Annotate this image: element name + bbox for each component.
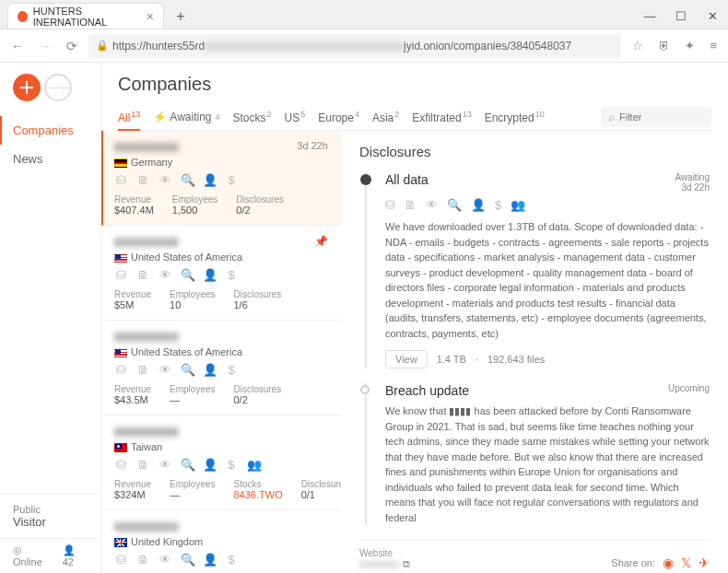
lock-icon: 🔒: [96, 40, 109, 52]
disclosure-body: We know that ▮▮▮▮ has been attacked befo…: [385, 403, 710, 525]
sidebar: CompaniesNews Public Visitor Online 👤 42: [0, 63, 101, 573]
company-country: United Kingdom: [114, 536, 328, 547]
flag-icon: [114, 253, 127, 263]
filter-box[interactable]: ⌕: [601, 107, 711, 127]
filter-input[interactable]: [619, 111, 693, 123]
copy-icon[interactable]: ⧉: [403, 558, 410, 569]
category-icon: 👁: [159, 363, 171, 377]
company-icons: ⛁🗎👁🔍👤$: [114, 173, 328, 187]
url-redacted: xxxxxxxxxxxxxxxxxxxxxxxxxxxxxxxxxxxx: [205, 40, 404, 53]
category-icon: 🔍: [181, 268, 194, 282]
tab-europe[interactable]: Europe4: [318, 104, 359, 130]
category-icon: 🔍: [181, 173, 194, 187]
bookmark-icon[interactable]: ☆: [628, 37, 647, 54]
category-icon: 👥: [247, 458, 260, 472]
category-icon: 👤: [203, 173, 216, 187]
category-icon: 🗎: [136, 458, 149, 472]
logo-globe-icon: [44, 74, 72, 101]
category-icon: $: [225, 173, 238, 187]
browser-tab[interactable]: HUNTERS INERNATIONAL ×: [7, 3, 164, 29]
view-button[interactable]: View: [385, 350, 428, 368]
category-icon: 👁: [159, 268, 171, 282]
disclosure-title: All data: [385, 172, 429, 193]
back-button[interactable]: ←: [7, 37, 28, 55]
tab-stocks[interactable]: Stocks2: [233, 104, 272, 130]
tab-all[interactable]: All13: [118, 104, 140, 130]
bolt-icon: ⚡: [153, 111, 167, 123]
tab-exfiltrated[interactable]: Exfiltrated13: [412, 104, 471, 130]
tab-us[interactable]: US5: [285, 104, 306, 130]
category-icon: 🗎: [136, 173, 149, 187]
company-icons: ⛁🗎👁🔍👤$: [114, 268, 328, 282]
flag-icon: [114, 158, 127, 168]
category-icon: ⛁: [114, 458, 127, 472]
time-badge: 3d 22h: [297, 140, 328, 151]
flag-icon: [114, 443, 127, 452]
category-icon: 👁: [159, 553, 171, 567]
website-value: xxxxxxxx: [359, 558, 400, 569]
disclosure-status: Awaiting3d 22h: [675, 172, 710, 193]
url-prefix: https://: [112, 40, 146, 53]
category-icon: 👁: [159, 458, 171, 472]
category-icon: $: [225, 363, 238, 377]
visitor-count: 👤 42: [63, 544, 88, 567]
company-name-redacted: ▮▮▮▮▮▮▮▮▮▮: [114, 520, 328, 532]
sparkle-icon[interactable]: ✦: [681, 37, 699, 54]
category-icon: 👤: [203, 268, 216, 282]
telegram-icon[interactable]: ✈: [699, 555, 710, 570]
company-card[interactable]: ▮▮▮▮▮▮▮▮▮▮ United Kingdom ⛁🗎👁🔍👤$ Revenue…: [101, 510, 341, 573]
company-card[interactable]: ▮▮▮▮▮▮▮▮▮▮ Taiwan ⛁🗎👁🔍👤$👥 Revenue$324MEm…: [101, 415, 341, 510]
website-label: Website: [359, 548, 410, 558]
window-maximize-button[interactable]: ☐: [665, 3, 697, 29]
page-title: Companies: [118, 74, 711, 95]
company-card[interactable]: ▮▮▮▮▮▮▮▮▮▮ United States of America ⛁🗎👁🔍…: [101, 321, 341, 415]
category-icon: 🔍: [181, 458, 194, 472]
reload-button[interactable]: ⟳: [63, 37, 81, 55]
address-bar[interactable]: 🔒 https://hunters55rdxxxxxxxxxxxxxxxxxxx…: [88, 34, 621, 58]
disclosure-body: We have downloaded over 1.3TB of data. S…: [385, 219, 710, 341]
disclosure-status: Upcoming: [668, 383, 710, 398]
url-suffix: jyid.onion/companies/3840548037: [404, 40, 571, 53]
category-icon: $: [225, 458, 238, 472]
sidebar-item-news[interactable]: News: [0, 145, 100, 173]
tab-encrypted[interactable]: Encrypted10: [485, 104, 545, 130]
company-card[interactable]: ▮▮▮▮▮▮▮▮▮▮ 3d 22h Germany ⛁🗎👁🔍👤$ Revenue…: [101, 131, 341, 226]
company-country: Germany: [114, 157, 328, 168]
disclosure-files: 192,643 files: [487, 354, 545, 365]
company-name-redacted: ▮▮▮▮▮▮▮▮▮▮: [114, 425, 328, 438]
tab-title: HUNTERS INERNATIONAL: [33, 6, 147, 28]
app-logo: [0, 74, 100, 116]
new-tab-button[interactable]: +: [170, 8, 192, 25]
share-label: Share on:: [611, 557, 655, 568]
tab-asia[interactable]: Asia2: [372, 104, 399, 130]
company-icons: ⛁🗎👁🔍👤$: [114, 553, 328, 567]
category-icon: ⛁: [114, 363, 127, 377]
company-name-redacted: ▮▮▮▮▮▮▮▮▮▮: [114, 140, 328, 153]
category-icon: 🗎: [136, 268, 149, 282]
category-icon: 🔍: [181, 553, 194, 567]
online-status: Online: [13, 544, 52, 567]
forward-button[interactable]: →: [35, 37, 55, 55]
shield-icon[interactable]: ⛨: [654, 37, 674, 54]
flag-icon: [114, 538, 127, 547]
sidebar-item-companies[interactable]: Companies: [0, 116, 100, 145]
filter-tabs: All13⚡Awaiting4Stocks2US5Europe4Asia2Exf…: [118, 104, 711, 131]
flag-icon: [114, 348, 127, 357]
category-icon: ⛁: [114, 553, 127, 567]
reddit-icon[interactable]: ◉: [663, 555, 674, 570]
company-name-redacted: ▮▮▮▮▮▮▮▮▮▮: [114, 330, 328, 343]
category-icon: ⛁: [114, 173, 127, 187]
company-list: ▮▮▮▮▮▮▮▮▮▮ 3d 22h Germany ⛁🗎👁🔍👤$ Revenue…: [101, 131, 341, 573]
company-card[interactable]: ▮▮▮▮▮▮▮▮▮▮ 📌 United States of America ⛁🗎…: [101, 226, 341, 321]
tab-awaiting[interactable]: ⚡Awaiting4: [153, 105, 219, 129]
category-icon: 👤: [203, 553, 216, 567]
browser-toolbar: ← → ⟳ 🔒 https://hunters55rdxxxxxxxxxxxxx…: [0, 29, 728, 63]
window-minimize-button[interactable]: —: [634, 3, 665, 29]
window-close-button[interactable]: ✕: [697, 3, 728, 29]
menu-icon[interactable]: ≡: [706, 37, 721, 54]
x-icon[interactable]: 𝕏: [681, 555, 691, 570]
tab-close-icon[interactable]: ×: [147, 9, 154, 24]
status-bar: Online 👤 42: [0, 538, 100, 573]
company-metrics: Revenue$407.4MEmployees1,500Disclosures0…: [114, 194, 328, 216]
url-host: hunters55rd: [146, 40, 205, 53]
